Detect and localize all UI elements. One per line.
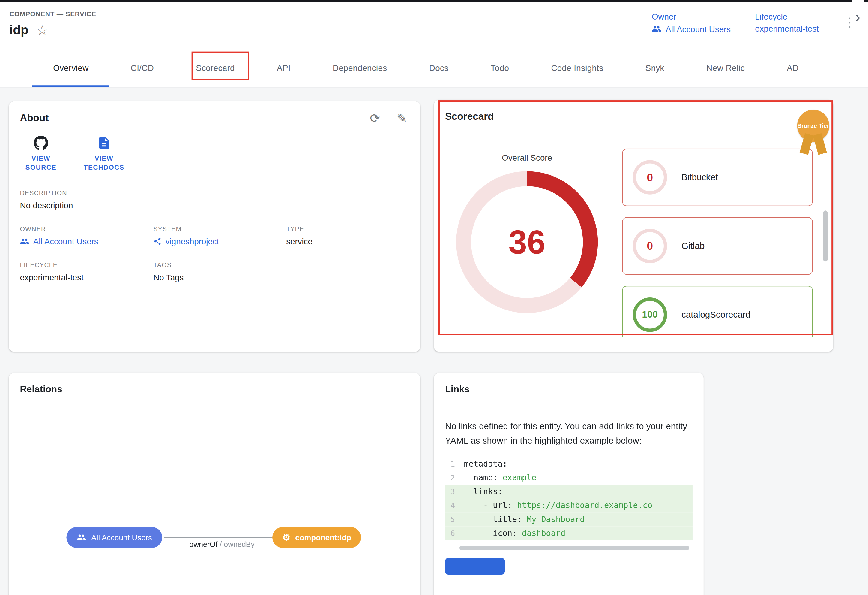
overall-score-donut: 36	[456, 171, 598, 313]
code-horizontal-scrollbar[interactable]	[459, 546, 689, 550]
cutoff-action-button[interactable]	[445, 558, 505, 574]
view-techdocs-label: VIEW TECHDOCS	[80, 154, 128, 172]
tab-code-insights[interactable]: Code Insights	[530, 50, 624, 87]
code-line-highlighted: 5 title: My Dashboard	[445, 512, 692, 526]
owner-field-link[interactable]: All Account Users	[20, 237, 153, 246]
relation-node-owner[interactable]: All Account Users	[66, 527, 162, 548]
lifecycle-field-value: experimental-test	[20, 272, 153, 282]
score-ring: 0	[633, 229, 667, 263]
edit-icon[interactable]: ✎	[397, 112, 407, 125]
about-title: About	[20, 112, 49, 124]
scorecard-item-gitlab[interactable]: 0 Gitlab	[622, 217, 813, 275]
code-line-highlighted: 3 links:	[445, 485, 692, 499]
breadcrumb: COMPONENT — SERVICE	[9, 10, 96, 18]
refresh-icon[interactable]: ⟳	[370, 112, 380, 125]
lifecycle-value: experimental-test	[755, 24, 818, 33]
about-type-field: TYPE service	[286, 225, 409, 246]
owner-node-label: All Account Users	[92, 533, 152, 542]
owner-label: Owner	[652, 12, 731, 21]
scorecard-scrollbar[interactable]	[823, 210, 828, 262]
about-owner-field: OWNER All Account Users	[20, 225, 153, 246]
page-header: COMPONENT — SERVICE idp ☆ Owner All Acco…	[0, 0, 868, 50]
bronze-tier-badge: Bronze Tier	[797, 110, 829, 142]
view-techdocs-link[interactable]: VIEW TECHDOCS	[72, 136, 136, 172]
description-value: No description	[20, 201, 409, 210]
gear-icon: ⚙	[282, 533, 290, 542]
tab-docs[interactable]: Docs	[408, 50, 470, 87]
system-field-link[interactable]: vigneshproject	[153, 237, 286, 246]
tab-snyk[interactable]: Snyk	[624, 50, 685, 87]
tab-bar: Overview CI/CD Scorecard API Dependencie…	[0, 50, 868, 88]
page-title: idp	[9, 23, 28, 38]
score-name: Bitbucket	[682, 172, 718, 182]
system-field-value: vigneshproject	[165, 237, 219, 246]
about-lifecycle-field: LIFECYCLE experimental-test	[20, 262, 153, 282]
tab-dependencies[interactable]: Dependencies	[311, 50, 408, 87]
score-name: catalogScorecard	[682, 310, 750, 320]
links-card: Links No links defined for this entity. …	[434, 373, 704, 595]
title-row: idp ☆	[9, 23, 48, 38]
scorecard-item-bitbucket[interactable]: 0 Bitbucket	[622, 149, 813, 206]
relation-node-component[interactable]: ⚙ component:idp	[272, 527, 361, 548]
owner-field-label: OWNER	[20, 225, 153, 232]
edge-label-ownedby: ownedBy	[224, 540, 255, 549]
group-icon	[77, 533, 86, 542]
view-source-link[interactable]: VIEW SOURCE	[16, 136, 65, 172]
about-card: About ⟳ ✎ VIEW SOURCE VIEW TECHDOCS DESC…	[9, 101, 420, 352]
code-line-highlighted: 4 - url: https://dashboard.example.co	[445, 499, 692, 512]
about-actions: ⟳ ✎	[370, 112, 407, 125]
tab-todo[interactable]: Todo	[470, 50, 530, 87]
tab-overview[interactable]: Overview	[32, 50, 110, 87]
yaml-code-block: 1metadata: 2 name: example 3 links: 4 - …	[445, 457, 692, 540]
relation-edge-line	[164, 537, 273, 538]
header-meta: Owner All Account Users Lifecycle experi…	[652, 12, 856, 34]
overall-score-label: Overall Score	[450, 153, 605, 162]
component-node-label: component:idp	[295, 533, 351, 542]
links-title: Links	[445, 384, 470, 394]
edge-label-ownerof: ownerOf	[189, 540, 217, 549]
code-line: 1metadata:	[445, 457, 692, 471]
page: COMPONENT — SERVICE idp ☆ Owner All Acco…	[0, 0, 868, 595]
system-icon	[153, 237, 162, 246]
owner-field-value: All Account Users	[33, 237, 98, 246]
description-label: DESCRIPTION	[20, 189, 409, 196]
tags-field-value: No Tags	[153, 272, 286, 282]
relations-card: Relations ownerOf / ownedBy All Account …	[9, 373, 420, 595]
header-lifecycle: Lifecycle experimental-test	[755, 12, 818, 33]
tab-new-relic[interactable]: New Relic	[685, 50, 766, 87]
type-field-value: service	[286, 237, 409, 246]
owner-value: All Account Users	[666, 24, 731, 33]
score-ring: 100	[633, 298, 667, 332]
scorecard-card: Scorecard Bronze Tier Overall Score 36 0…	[434, 100, 833, 352]
about-system-field: SYSTEM vigneshproject	[153, 225, 286, 246]
about-description: DESCRIPTION No description	[20, 189, 409, 210]
system-field-label: SYSTEM	[153, 225, 286, 232]
favorite-star-icon[interactable]: ☆	[36, 24, 48, 37]
tags-field-label: TAGS	[153, 262, 286, 268]
about-quick-links: VIEW SOURCE VIEW TECHDOCS	[16, 136, 409, 172]
relation-edge-label: ownerOf / ownedBy	[170, 540, 275, 549]
code-line-highlighted: 6 icon: dashboard	[445, 526, 692, 540]
owner-link[interactable]: All Account Users	[652, 24, 731, 34]
score-ring: 0	[633, 160, 667, 194]
about-grid-row-1: OWNER All Account Users SYSTEM vigneshpr…	[20, 225, 409, 246]
lifecycle-field-label: LIFECYCLE	[20, 262, 153, 268]
group-icon	[20, 237, 29, 246]
tab-cicd[interactable]: CI/CD	[110, 50, 175, 87]
tabs-scroll-chevron-icon[interactable]: ›	[852, 0, 864, 38]
code-line: 2 name: example	[445, 471, 692, 485]
scorecard-title: Scorecard	[445, 111, 494, 122]
tab-scorecard[interactable]: Scorecard	[175, 50, 256, 87]
tab-api[interactable]: API	[256, 50, 311, 87]
overall-score-section: Overall Score 36	[450, 153, 605, 313]
about-tags-field: TAGS No Tags	[153, 262, 286, 282]
scorecard-item-catalogscorecard[interactable]: 100 catalogScorecard	[622, 286, 813, 337]
tab-ad-truncated[interactable]: AD	[766, 50, 819, 87]
view-source-label: VIEW SOURCE	[22, 154, 60, 172]
about-header: About ⟳ ✎	[20, 112, 409, 125]
overall-score-value: 36	[508, 223, 545, 261]
score-name: Gitlab	[682, 241, 704, 251]
about-grid-row-2: LIFECYCLE experimental-test TAGS No Tags	[20, 262, 409, 282]
github-icon	[34, 136, 48, 150]
techdocs-icon	[97, 136, 111, 150]
